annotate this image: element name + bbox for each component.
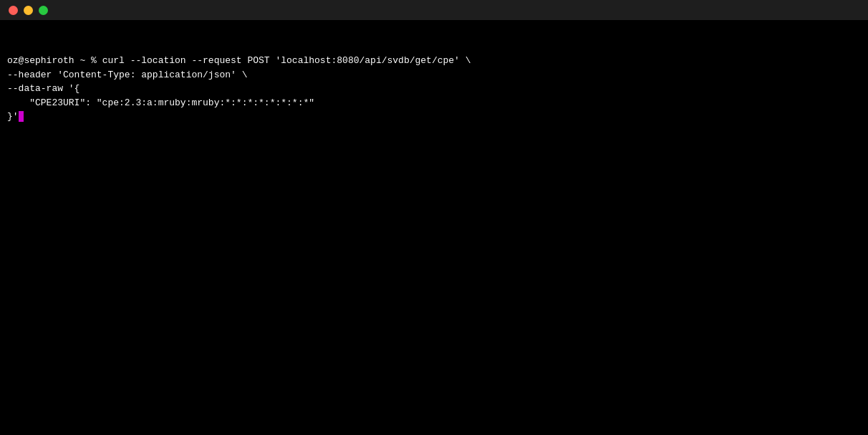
terminal-line-1: oz@sephiroth ~ % curl --location --reque…	[7, 54, 861, 68]
command-line-1: curl --location --request POST 'localhos…	[102, 55, 471, 66]
command-line-5-prefix: }'	[7, 111, 19, 122]
command-line-2: --header 'Content-Type: application/json…	[7, 70, 247, 80]
command-line-3: --data-raw '{	[7, 83, 79, 94]
terminal-line-3: --data-raw '{	[7, 82, 861, 96]
prompt: oz@sephiroth ~ %	[7, 55, 102, 66]
terminal-line-5: }'	[7, 110, 861, 124]
maximize-button[interactable]	[39, 6, 48, 15]
terminal-content: oz@sephiroth ~ % curl --location --reque…	[0, 20, 868, 158]
terminal-line-2: --header 'Content-Type: application/json…	[7, 68, 861, 82]
title-bar	[0, 0, 868, 20]
command-line-4: "CPE23URI": "cpe:2.3:a:mruby:mruby:*:*:*…	[7, 97, 314, 108]
minimize-button[interactable]	[24, 6, 33, 15]
close-button[interactable]	[9, 6, 18, 15]
terminal-line-4: "CPE23URI": "cpe:2.3:a:mruby:mruby:*:*:*…	[7, 96, 861, 110]
terminal-window: oz@sephiroth ~ % curl --location --reque…	[0, 0, 868, 435]
cursor	[19, 111, 24, 122]
